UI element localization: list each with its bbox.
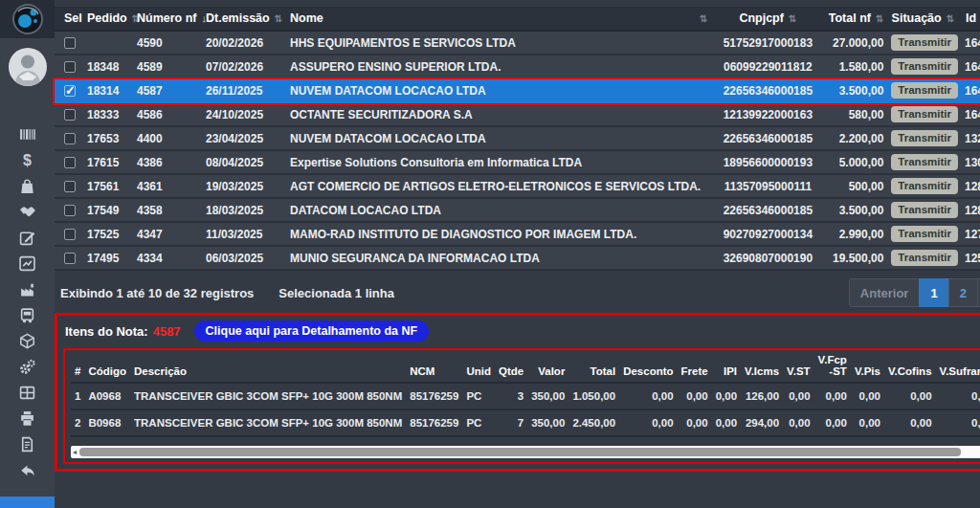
sort-icon[interactable] xyxy=(275,13,282,24)
transmit-button[interactable]: Transmitir xyxy=(891,34,958,52)
items-column-header[interactable]: Total xyxy=(568,350,619,383)
items-column-header[interactable]: Desconto xyxy=(619,350,677,383)
sidebar-item-reports[interactable] xyxy=(0,251,55,276)
item-vsuframa: 0,00 xyxy=(936,409,980,436)
items-column-header[interactable]: V.Fcp -ST xyxy=(814,350,851,383)
transmit-button[interactable]: Transmitir xyxy=(891,154,958,171)
cell-id: 1644 xyxy=(958,84,980,98)
items-column-header[interactable]: V.Pis xyxy=(851,350,884,383)
row-checkbox[interactable] xyxy=(64,109,76,121)
cell-id: 1283 xyxy=(958,204,980,217)
item-descricao: TRANSCEIVER GBIC 3COM SFP+ 10G 300M 850N… xyxy=(130,383,406,409)
items-column-header[interactable]: Descrição xyxy=(130,350,406,383)
invoice-row[interactable]: 18314 4587 26/11/2025 NUVEM DATACOM LOCA… xyxy=(55,79,980,103)
item-vcofins: 0,00 xyxy=(884,383,936,409)
app-logo[interactable] xyxy=(0,0,55,38)
user-avatar[interactable] xyxy=(8,47,48,91)
sort-icon[interactable] xyxy=(700,13,707,24)
row-checkbox[interactable] xyxy=(64,85,76,97)
invoice-row[interactable]: 17495 4334 06/03/2025 MUNIO SEGURANCA DA… xyxy=(55,247,980,271)
sidebar-item-documents[interactable] xyxy=(0,431,55,457)
sidebar-item-orders[interactable] xyxy=(0,225,55,251)
invoice-row[interactable]: 17615 4386 08/04/2025 Expertise Solution… xyxy=(55,151,980,175)
invoice-row[interactable]: 17561 4361 19/03/2025 AGT COMERCIO DE AR… xyxy=(55,175,980,199)
col-header-total-nf[interactable]: Total nf xyxy=(824,11,887,25)
sidebar-item-printing[interactable] xyxy=(0,406,55,431)
col-header-situacao[interactable]: Situação xyxy=(887,11,958,25)
sidebar-item-shipping[interactable] xyxy=(0,302,55,328)
items-column-header[interactable]: V.Suframa xyxy=(936,350,980,383)
sidebar-item-production[interactable] xyxy=(0,276,55,302)
transmit-button[interactable]: Transmitir xyxy=(891,58,958,76)
sidebar-item-settings[interactable] xyxy=(0,354,55,380)
items-column-header[interactable]: Código xyxy=(84,350,130,383)
cell-dt-emissao: 23/04/2025 xyxy=(202,132,286,145)
row-checkbox[interactable] xyxy=(64,205,76,216)
pagination-prev[interactable]: Anterior xyxy=(849,278,921,307)
sort-icon[interactable] xyxy=(876,13,883,24)
transmit-button[interactable]: Transmitir xyxy=(891,130,958,147)
item-descricao: TRANSCEIVER GBIC 3COM SFP+ 10G 300M 850N… xyxy=(130,409,406,436)
sort-icon[interactable] xyxy=(789,13,796,24)
items-column-header[interactable]: Frete xyxy=(678,350,712,383)
sort-icon[interactable] xyxy=(947,13,954,24)
invoice-row[interactable]: 4590 20/02/2026 HHS EQUIPAMENTOS E SERVI… xyxy=(55,32,980,55)
row-checkbox[interactable] xyxy=(64,133,76,144)
sidebar-item-billing[interactable]: $ xyxy=(0,147,55,173)
transmit-button[interactable]: Transmitir xyxy=(891,106,958,123)
transmit-button[interactable]: Transmitir xyxy=(891,202,958,219)
scrollbar-thumb[interactable] xyxy=(79,448,961,456)
items-table-body: 1 A0968 TRANSCEIVER GBIC 3COM SFP+ 10G 3… xyxy=(71,383,980,436)
items-column-header[interactable]: V.Cofins xyxy=(884,350,936,383)
pagination-page-2[interactable]: 2 xyxy=(948,278,978,307)
row-checkbox[interactable] xyxy=(64,61,76,73)
row-checkbox[interactable] xyxy=(64,253,76,264)
invoice-row[interactable]: 18333 4586 24/10/2025 OCTANTE SECURITIZA… xyxy=(55,103,980,127)
transmit-button[interactable]: Transmitir xyxy=(891,250,958,267)
scroll-left-arrow[interactable]: ◂ xyxy=(73,449,77,456)
items-column-header[interactable]: V.ST xyxy=(783,350,814,383)
items-column-header[interactable]: IPI xyxy=(712,350,741,383)
col-header-numero-nf[interactable]: Número nf xyxy=(133,11,202,25)
col-header-dt-emissao[interactable]: Dt.emissão xyxy=(202,11,286,25)
row-checkbox[interactable] xyxy=(64,37,76,49)
cell-id: 1648 xyxy=(958,60,980,74)
pagination-page-1[interactable]: 1 xyxy=(919,278,948,307)
col-header-cnpjcpf[interactable]: Cnpjcpf xyxy=(711,11,824,25)
transmit-button[interactable]: Transmitir xyxy=(891,226,958,243)
col-header-sel[interactable]: Sel xyxy=(60,11,83,25)
col-header-id[interactable]: Id xyxy=(958,11,980,25)
sidebar-item-back[interactable] xyxy=(0,457,55,483)
invoice-row[interactable]: 17525 4347 11/03/2025 MAMO-RAD INSTITUTO… xyxy=(55,223,980,247)
items-column-header[interactable]: NCM xyxy=(406,350,462,383)
invoice-row[interactable]: 17653 4400 23/04/2025 NUVEM DATACOM LOCA… xyxy=(55,127,980,151)
col-label: Nome xyxy=(290,11,323,25)
item-row: 2 B0968 TRANSCEIVER GBIC 3COM SFP+ 10G 3… xyxy=(71,409,980,436)
sidebar-active-strip[interactable] xyxy=(0,497,55,508)
sidebar-item-barcode[interactable] xyxy=(0,121,55,147)
transmit-button[interactable]: Transmitir xyxy=(891,178,958,195)
col-header-nome[interactable]: Nome xyxy=(286,11,711,25)
invoice-row[interactable]: 18348 4589 07/02/2026 ASSUPERO ENSINO SU… xyxy=(55,55,980,79)
sidebar-item-purchases[interactable] xyxy=(0,173,55,199)
sidebar-item-inventory[interactable] xyxy=(0,328,55,354)
row-checkbox[interactable] xyxy=(64,157,76,168)
sidebar-item-partners[interactable] xyxy=(0,199,55,225)
compose-edit-icon xyxy=(19,230,35,246)
detail-link-button[interactable]: Clique aqui para Detalhamento da NF xyxy=(194,320,430,342)
selection-info: Selecionada 1 linha xyxy=(278,286,394,300)
items-column-header[interactable]: Valor xyxy=(527,350,568,383)
sidebar-item-tables[interactable] xyxy=(0,380,55,406)
item-ipi: 0,00 xyxy=(712,409,741,436)
col-header-pedido[interactable]: Pedido xyxy=(83,11,133,25)
items-column-header[interactable]: Unid xyxy=(462,350,495,383)
row-checkbox[interactable] xyxy=(64,229,76,240)
transmit-button[interactable]: Transmitir xyxy=(891,82,958,99)
invoice-row[interactable]: 17549 4358 18/03/2025 DATACOM LOCACAO LT… xyxy=(55,199,980,223)
horizontal-scrollbar[interactable]: ◂ ▸ xyxy=(71,446,980,458)
gears-icon xyxy=(19,359,35,375)
items-column-header[interactable]: # xyxy=(71,350,84,383)
row-checkbox[interactable] xyxy=(64,181,76,192)
items-column-header[interactable]: V.Icms xyxy=(741,350,783,383)
items-column-header[interactable]: Qtde xyxy=(495,350,527,383)
